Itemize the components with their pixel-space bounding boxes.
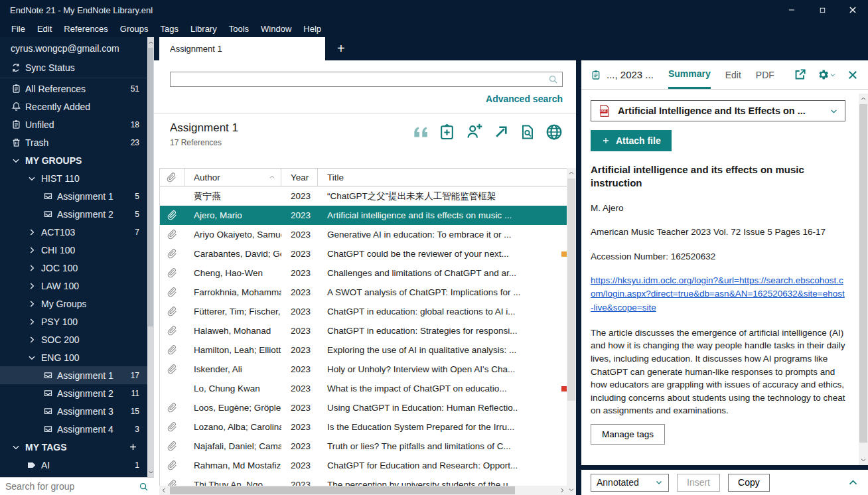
scroll-down-icon[interactable] xyxy=(567,485,576,494)
menu-item[interactable]: Tags xyxy=(154,24,184,34)
web-icon[interactable] xyxy=(545,123,563,141)
sidebar-group-chi-100[interactable]: CHI 100 xyxy=(0,241,147,259)
citation-style-dropdown[interactable]: Annotated xyxy=(591,474,669,492)
open-in-new-window-icon[interactable] xyxy=(794,68,806,81)
sidebar-item-unfiled[interactable]: Unfiled 18 xyxy=(0,115,147,133)
search-input[interactable] xyxy=(171,72,548,86)
sidebar-item-sync-status[interactable]: Sync Status xyxy=(0,59,147,76)
tab-pdf[interactable]: PDF xyxy=(756,60,774,89)
add-tag-button[interactable] xyxy=(128,442,145,452)
sidebar-item-trash[interactable]: Trash 23 xyxy=(0,133,147,151)
table-row[interactable]: Farrokhnia, Mohamma... 2023 A SWOT analy… xyxy=(160,283,567,302)
menu-item[interactable]: Help xyxy=(297,24,327,34)
table-row[interactable]: Lozano, Alba; Carolina ... 2023 Is the E… xyxy=(160,417,567,437)
group-search-input[interactable] xyxy=(0,481,133,492)
manage-tags-button[interactable]: Manage tags xyxy=(591,424,665,445)
table-row[interactable]: Loos, Eugène; Gröpler, ... 2023 Using Ch… xyxy=(160,398,567,417)
settings-gear-icon[interactable] xyxy=(817,68,836,81)
tab-summary[interactable]: Summary xyxy=(668,60,711,89)
attachment-column-header[interactable] xyxy=(160,169,184,186)
sidebar-group-law-100[interactable]: LAW 100 xyxy=(0,277,147,295)
find-fulltext-icon[interactable] xyxy=(520,124,536,140)
sidebar-group-joc-100[interactable]: JOC 100 xyxy=(0,259,147,277)
sidebar-group-assignment-selected[interactable]: Assignment 1 17 xyxy=(0,366,147,384)
minimize-button[interactable] xyxy=(776,0,807,20)
copy-button[interactable]: Copy xyxy=(728,474,770,492)
sidebar-group-my-groups[interactable]: My Groups xyxy=(0,295,147,313)
table-row[interactable]: Lo, Chung Kwan 2023 What is the impact o… xyxy=(160,379,567,398)
table-row[interactable]: 黄宁燕 2023 “ChatGPT之父”提出未来人工智能监管框架 xyxy=(160,186,567,206)
list-horizontal-scrollbar[interactable] xyxy=(159,486,567,495)
table-row[interactable]: Cheng, Hao-Wen 2023 Challenges and limit… xyxy=(160,263,567,283)
new-tab-button[interactable]: + xyxy=(325,37,357,60)
attach-file-button[interactable]: Attach file xyxy=(591,130,672,151)
table-row[interactable]: Iskender, Ali 2023 Holy or Unholy? Inter… xyxy=(160,360,567,379)
close-panel-icon[interactable] xyxy=(847,69,859,81)
year-column-header[interactable]: Year xyxy=(281,169,318,186)
sidebar-tag-ai[interactable]: AI 1 xyxy=(0,456,147,474)
collapse-panel-icon[interactable] xyxy=(847,477,859,488)
sidebar-scrollbar[interactable] xyxy=(147,37,154,477)
add-to-group-icon[interactable] xyxy=(439,123,455,140)
sidebar-tag-partial[interactable] xyxy=(0,474,147,477)
sidebar-group-hist-110[interactable]: HIST 110 xyxy=(0,169,147,187)
sidebar-group-assignment[interactable]: Assignment 4 3 xyxy=(0,420,147,438)
scroll-down-icon[interactable] xyxy=(859,455,868,464)
pdf-attachment-dropdown[interactable]: Artificial Intelligence and Its Effects … xyxy=(591,100,845,121)
advanced-search-link[interactable]: Advanced search xyxy=(486,94,563,104)
sidebar-group-psy-100[interactable]: PSY 100 xyxy=(0,313,147,330)
scroll-up-icon[interactable] xyxy=(147,38,154,46)
sidebar-section-my-tags[interactable]: MY TAGS xyxy=(0,438,147,456)
close-button[interactable] xyxy=(837,0,868,20)
tab-edit[interactable]: Edit xyxy=(725,60,741,89)
sidebar-group-assignment[interactable]: Assignment 1 5 xyxy=(0,187,147,205)
title-column-header[interactable]: Title xyxy=(318,169,567,186)
scrollbar-thumb[interactable] xyxy=(148,48,153,326)
list-vertical-scrollbar[interactable] xyxy=(567,168,576,495)
table-row[interactable]: Ajero, Mario 2023 Artificial intelligenc… xyxy=(160,206,567,225)
scroll-up-icon[interactable] xyxy=(567,169,576,178)
menu-item[interactable]: Edit xyxy=(31,24,58,34)
table-row[interactable]: Fütterer, Tim; Fischer, C... 2023 ChatGP… xyxy=(160,302,567,321)
sidebar-group-act103[interactable]: ACT103 7 xyxy=(0,223,147,241)
table-row[interactable]: Hamilton, Leah; Elliott, ... 2023 Explor… xyxy=(160,340,567,360)
sidebar-group-soc-200[interactable]: SOC 200 xyxy=(0,330,147,348)
table-row[interactable]: Carabantes, David; Go... 2023 ChatGPT co… xyxy=(160,244,567,263)
menu-item[interactable]: Library xyxy=(184,24,223,34)
table-row[interactable]: Halaweh, Mohanad 2023 ChatGPT in educati… xyxy=(160,321,567,340)
sidebar-group-assignment[interactable]: Assignment 3 15 xyxy=(0,402,147,420)
copy-citation-icon[interactable] xyxy=(411,123,429,141)
table-row[interactable]: Ariyo Okaiyeto, Samue... 2023 Generative… xyxy=(160,225,567,244)
menu-item[interactable]: References xyxy=(58,24,113,34)
table-row[interactable]: Rahman, Md Mostafize... 2023 ChatGPT for… xyxy=(160,456,567,475)
scrollbar-thumb[interactable] xyxy=(567,178,575,401)
tab-assignment-1[interactable]: Assignment 1 xyxy=(159,37,325,60)
menu-item[interactable]: Groups xyxy=(114,24,155,34)
menu-item[interactable]: Window xyxy=(255,24,297,34)
table-row[interactable]: Najafali, Daniel; Cama... 2023 Truth or … xyxy=(160,437,567,456)
scrollbar-thumb[interactable] xyxy=(859,104,867,443)
share-group-icon[interactable] xyxy=(465,123,483,141)
sidebar-group-eng-100[interactable]: ENG 100 xyxy=(0,348,147,366)
scroll-left-icon[interactable] xyxy=(159,486,169,495)
search-icon[interactable] xyxy=(133,482,154,492)
sidebar-item-all-references[interactable]: All References 51 xyxy=(0,80,147,98)
scrollbar-thumb[interactable] xyxy=(170,486,515,494)
sidebar-group-assignment[interactable]: Assignment 2 5 xyxy=(0,205,147,223)
sidebar-item-recently-added[interactable]: Recently Added xyxy=(0,98,147,115)
scroll-down-icon[interactable] xyxy=(147,468,154,476)
pane-divider[interactable] xyxy=(576,60,581,495)
menu-item[interactable]: File xyxy=(5,24,31,34)
scroll-up-icon[interactable] xyxy=(859,94,868,104)
sidebar-group-assignment[interactable]: Assignment 2 11 xyxy=(0,384,147,402)
reference-url-link[interactable]: https://hksyu.idm.oclc.org/login?&url=ht… xyxy=(591,274,845,315)
detail-scrollbar[interactable] xyxy=(859,94,868,465)
sidebar-section-my-groups[interactable]: MY GROUPS xyxy=(0,151,147,169)
author-column-header[interactable]: Author xyxy=(184,169,281,186)
scroll-right-icon[interactable] xyxy=(557,486,567,495)
export-icon[interactable] xyxy=(493,123,510,140)
insert-button[interactable]: Insert xyxy=(677,474,720,492)
menu-item[interactable]: Tools xyxy=(223,24,255,34)
maximize-button[interactable] xyxy=(807,0,837,20)
account-email[interactable]: cyrus.wongcp@gmail.com xyxy=(0,37,147,59)
